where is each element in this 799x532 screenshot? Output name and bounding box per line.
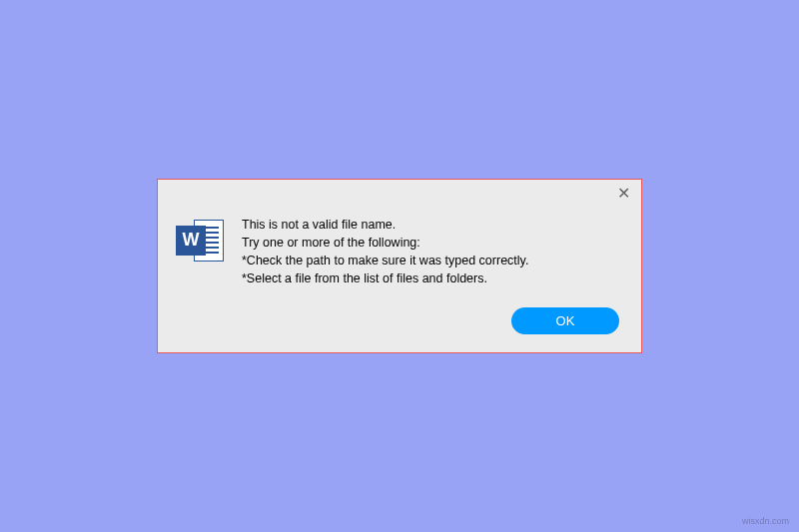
watermark: wisxdn.com (742, 516, 789, 526)
dialog-buttons: OK (158, 299, 641, 352)
message-line: *Select a file from the list of files an… (242, 269, 623, 287)
close-icon: ✕ (617, 184, 630, 203)
app-icon-wrap: W (176, 216, 224, 288)
dialog-content: W This is not a valid file name. Try one… (158, 208, 641, 300)
message-line: Try one or more of the following: (242, 234, 623, 252)
word-icon: W (176, 218, 224, 266)
dialog-titlebar: ✕ (158, 180, 641, 208)
word-badge: W (176, 226, 206, 256)
error-message: This is not a valid file name. Try one o… (242, 216, 623, 288)
error-dialog: ✕ W This is not a valid file name. Try o… (157, 179, 642, 354)
message-line: *Check the path to make sure it was type… (242, 252, 623, 269)
message-line: This is not a valid file name. (242, 216, 623, 234)
close-button[interactable]: ✕ (611, 183, 635, 205)
ok-button[interactable]: OK (511, 307, 619, 334)
